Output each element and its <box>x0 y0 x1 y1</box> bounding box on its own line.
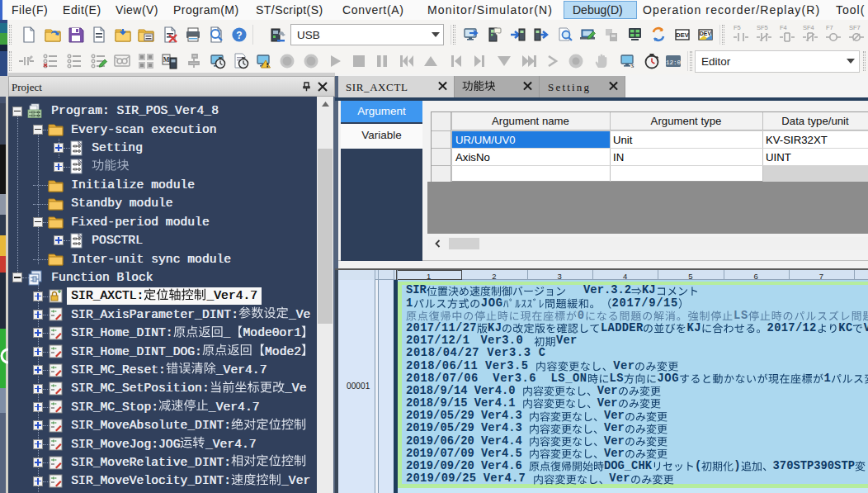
svg-text:DEV: DEV <box>676 31 688 39</box>
svg-text:s: s <box>631 61 634 69</box>
svg-text:DEV: DEV <box>700 31 712 36</box>
svg-text:12:0: 12:0 <box>666 59 682 66</box>
